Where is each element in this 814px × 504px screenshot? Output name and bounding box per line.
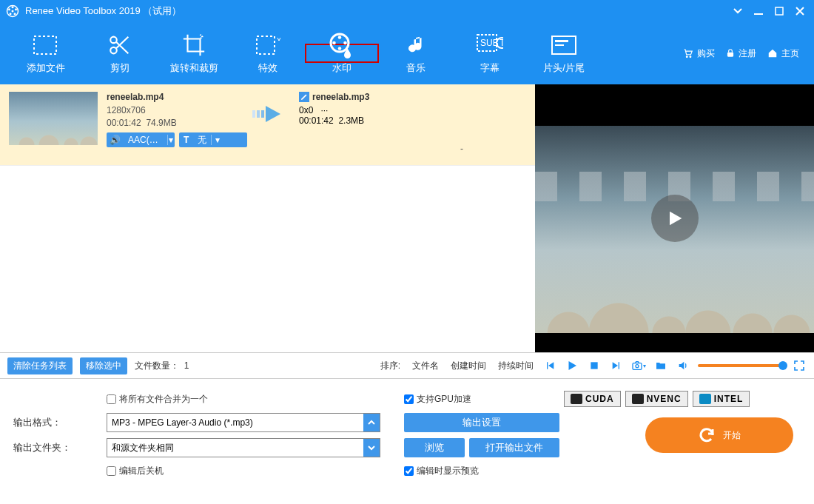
- close-button[interactable]: [792, 3, 808, 19]
- merge-files-checkbox[interactable]: 将所有文件合并为一个: [107, 393, 380, 406]
- tool-effects[interactable]: 特效: [231, 27, 305, 80]
- svg-point-3: [15, 8, 17, 10]
- subtitle-icon: SUBT: [477, 32, 503, 58]
- app-title: Renee Video Toolbox 2019 （试用）: [25, 4, 181, 18]
- sort-by-name[interactable]: 文件名: [412, 360, 439, 372]
- gpu-accel-checkbox[interactable]: 支持GPU加速: [404, 393, 559, 406]
- tool-rotate-crop[interactable]: 旋转和裁剪: [157, 27, 231, 80]
- progress-placeholder: -: [440, 144, 484, 154]
- title-bar: Renee Video Toolbox 2019 （试用）: [0, 0, 814, 22]
- cart-icon: [682, 48, 694, 58]
- svg-rect-32: [591, 362, 597, 369]
- tool-cut[interactable]: 剪切: [83, 27, 157, 80]
- svg-point-16: [338, 47, 342, 50]
- tool-subtitle[interactable]: SUBT 字幕: [453, 27, 527, 80]
- svg-point-4: [14, 13, 16, 15]
- clear-list-button[interactable]: 清除任务列表: [7, 357, 73, 374]
- input-resolution: 1280x706: [107, 105, 247, 115]
- player-controls: ▾: [542, 358, 807, 373]
- input-file-info: reneelab.mp4 1280x706 00:01:42 74.9MB 🔊A…: [107, 92, 247, 147]
- prev-button[interactable]: [542, 358, 557, 373]
- chevron-up-icon: [363, 414, 380, 431]
- svg-point-15: [343, 41, 347, 45]
- volume-slider[interactable]: [698, 364, 784, 367]
- svg-rect-8: [776, 7, 783, 15]
- output-resolution: 0x0 ···: [299, 105, 440, 115]
- preview-while-edit-checkbox[interactable]: 编辑时显示预览: [404, 465, 559, 477]
- audio-track-selector[interactable]: 🔊AAC(Stereo 4▾: [107, 132, 175, 147]
- video-thumbnail: [9, 92, 98, 145]
- svg-point-10: [110, 37, 117, 44]
- svg-rect-7: [754, 13, 763, 15]
- svg-text:SUB: SUB: [480, 38, 499, 48]
- svg-rect-24: [555, 44, 564, 46]
- svg-point-17: [332, 41, 336, 45]
- home-icon: [767, 48, 778, 58]
- svg-point-14: [338, 36, 342, 39]
- home-link[interactable]: 主页: [767, 47, 799, 60]
- tool-add-file[interactable]: 添加文件: [9, 27, 83, 80]
- svg-point-26: [690, 56, 691, 58]
- play-overlay-button[interactable]: [651, 195, 699, 242]
- main-toolbar: 添加文件 剪切 旋转和裁剪 特效 水印 音乐 SUBT 字幕 片头/片尾 购买 …: [0, 22, 814, 84]
- list-control-bar: 清除任务列表 移除选中 文件数量： 1 排序: 文件名 创建时间 持续时间 ▾: [0, 352, 814, 379]
- volume-button[interactable]: [676, 358, 690, 373]
- svg-point-5: [10, 13, 12, 15]
- next-button[interactable]: [609, 358, 624, 373]
- open-output-button[interactable]: 打开输出文件: [469, 438, 559, 457]
- tool-intro-outro[interactable]: 片头/片尾: [527, 27, 601, 80]
- input-duration-size: 00:01:42 74.9MB: [107, 118, 247, 128]
- svg-point-2: [12, 6, 14, 8]
- maximize-button[interactable]: [771, 3, 787, 19]
- edit-icon[interactable]: [299, 92, 309, 102]
- remove-selected-button[interactable]: 移除选中: [80, 357, 127, 374]
- svg-point-11: [110, 47, 117, 54]
- output-settings-button[interactable]: 输出设置: [404, 413, 559, 432]
- svg-point-34: [636, 365, 639, 368]
- snapshot-button[interactable]: ▾: [631, 358, 646, 373]
- video-preview[interactable]: [535, 84, 814, 352]
- nvenc-chip[interactable]: NVENC: [625, 391, 688, 407]
- sort-by-duration[interactable]: 持续时间: [498, 360, 534, 372]
- nvidia-eye-icon: [632, 394, 644, 404]
- minimize-button[interactable]: [750, 3, 767, 19]
- output-format-label: 输出格式：: [13, 416, 102, 429]
- buy-link[interactable]: 购买: [682, 47, 715, 60]
- convert-arrow-icon: [247, 99, 299, 129]
- svg-rect-9: [34, 36, 56, 54]
- tool-music[interactable]: 音乐: [379, 27, 453, 80]
- output-format-select[interactable]: MP3 - MPEG Layer-3 Audio (*.mp3): [107, 413, 380, 432]
- output-folder-select[interactable]: 和源文件夹相同: [107, 438, 380, 457]
- card-icon: [551, 32, 577, 58]
- subtitle-track-selector[interactable]: T无▾: [179, 132, 247, 147]
- sort-by-created[interactable]: 创建时间: [451, 360, 486, 372]
- svg-text:T: T: [500, 38, 503, 48]
- shutdown-after-checkbox[interactable]: 编辑后关机: [107, 465, 380, 477]
- input-filename: reneelab.mp4: [107, 92, 247, 102]
- stop-button[interactable]: [587, 358, 602, 373]
- svg-rect-33: [633, 363, 642, 370]
- scissors-icon: [107, 32, 133, 58]
- cuda-chip[interactable]: CUDA: [564, 391, 621, 407]
- dropdown-menu-button[interactable]: [730, 3, 746, 19]
- svg-point-6: [8, 8, 10, 10]
- app-logo-icon: [6, 4, 19, 18]
- file-row[interactable]: reneelab.mp4 1280x706 00:01:42 74.9MB 🔊A…: [0, 84, 535, 166]
- file-count-label: 文件数量： 1: [135, 360, 189, 372]
- content-area: reneelab.mp4 1280x706 00:01:42 74.9MB 🔊A…: [0, 84, 814, 352]
- tool-watermark[interactable]: 水印: [305, 44, 379, 63]
- music-note-icon: [403, 32, 429, 58]
- output-file-info: reneelab.mp3 0x0 ··· 00:01:42 2.3MB: [299, 92, 440, 126]
- browse-button[interactable]: 浏览: [404, 438, 465, 457]
- svg-point-25: [686, 56, 687, 58]
- chevron-down-icon: ▾: [167, 135, 175, 145]
- filmstrip-icon: [33, 32, 59, 58]
- svg-rect-30: [261, 110, 264, 118]
- fullscreen-button[interactable]: [792, 358, 807, 373]
- reel-drop-icon: [329, 32, 355, 58]
- register-link[interactable]: 注册: [725, 47, 756, 60]
- start-button[interactable]: 开始: [645, 417, 793, 453]
- open-folder-button[interactable]: [653, 358, 668, 373]
- intel-chip[interactable]: INTEL: [693, 391, 750, 407]
- play-button[interactable]: [565, 358, 579, 373]
